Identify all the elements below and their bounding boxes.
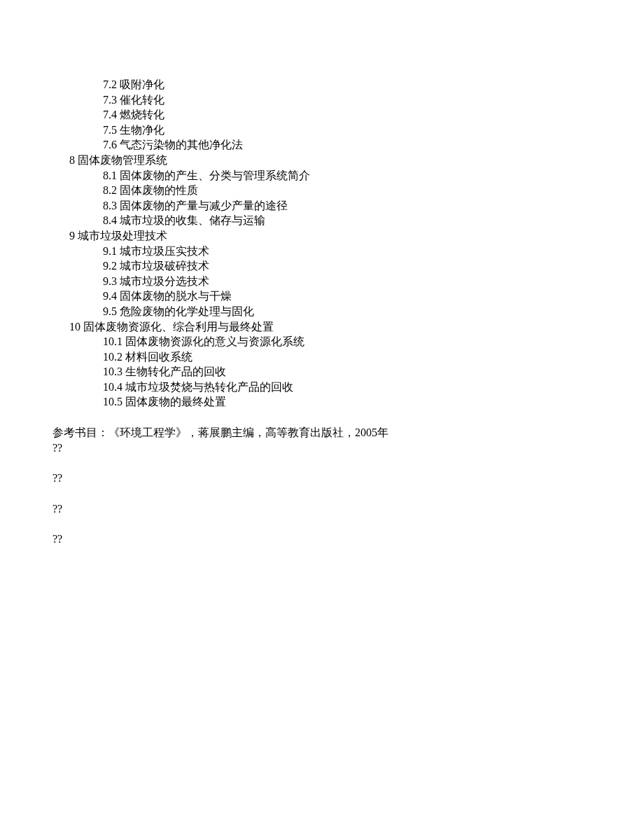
outline-item-9-2: 9.2 城市垃圾破碎技术 <box>52 258 592 274</box>
outline-item-9-1: 9.1 城市垃圾压实技术 <box>52 244 592 259</box>
reference-text: 参考书目：《环境工程学》，蒋展鹏主编，高等教育出版社，2005年 <box>52 425 592 440</box>
outline-item-10-1: 10.1 固体废物资源化的意义与资源化系统 <box>52 334 592 349</box>
outline-item-10-5: 10.5 固体废物的最终处置 <box>52 394 592 410</box>
outline-item-8-2: 8.2 固体废物的性质 <box>52 183 592 198</box>
section-heading-9: 9 城市垃圾处理技术 <box>52 228 592 244</box>
outline-item-9-5: 9.5 危险废物的化学处理与固化 <box>52 304 592 319</box>
question-marks-4: ?? <box>52 531 592 547</box>
outline-item-7-6: 7.6 气态污染物的其他净化法 <box>52 137 592 153</box>
section-heading-8: 8 固体废物管理系统 <box>52 153 592 168</box>
section-heading-10: 10 固体废物资源化、综合利用与最终处置 <box>52 319 592 335</box>
question-marks-2: ?? <box>52 471 592 486</box>
outline-item-7-3: 7.3 催化转化 <box>52 92 592 108</box>
outline-item-9-3: 9.3 城市垃圾分选技术 <box>52 274 592 289</box>
outline-item-10-3: 10.3 生物转化产品的回收 <box>52 364 592 380</box>
outline-item-9-4: 9.4 固体废物的脱水与干燥 <box>52 289 592 304</box>
outline-item-10-2: 10.2 材料回收系统 <box>52 349 592 365</box>
outline-item-8-4: 8.4 城市垃圾的收集、储存与运输 <box>52 213 592 228</box>
outline-item-7-5: 7.5 生物净化 <box>52 123 592 138</box>
question-marks-1: ?? <box>52 440 592 456</box>
outline-item-8-1: 8.1 固体废物的产生、分类与管理系统简介 <box>52 168 592 183</box>
question-marks-3: ?? <box>52 501 592 517</box>
outline-item-10-4: 10.4 城市垃圾焚烧与热转化产品的回收 <box>52 380 592 395</box>
outline-item-8-3: 8.3 固体废物的产量与减少产量的途径 <box>52 198 592 214</box>
outline-item-7-4: 7.4 燃烧转化 <box>52 107 592 123</box>
outline-item-7-2: 7.2 吸附净化 <box>52 77 592 92</box>
